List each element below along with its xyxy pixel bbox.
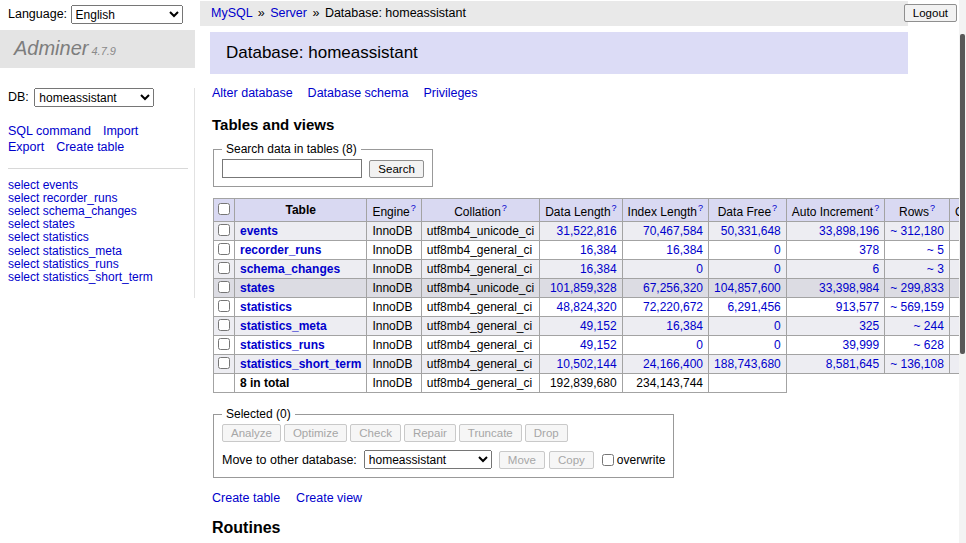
select-all-checkbox[interactable]	[218, 203, 230, 215]
index-length-link[interactable]: 72,220,672	[643, 300, 703, 314]
db-link-privileges[interactable]: Privileges	[423, 86, 477, 100]
index-length-link[interactable]: 24,166,400	[643, 357, 703, 371]
data-free-link[interactable]: 0	[774, 338, 781, 352]
rows-link[interactable]: ~ 3	[927, 262, 944, 276]
check-button[interactable]: Check	[350, 424, 401, 442]
sidebar-item-select-schema-changes[interactable]: select schema_changes	[8, 204, 137, 218]
language-select[interactable]: English	[71, 5, 183, 24]
help-link[interactable]: ?	[411, 203, 416, 213]
logout-button[interactable]: Logout	[904, 4, 957, 22]
sidebar-action-export[interactable]: Export	[8, 139, 44, 155]
rows-link[interactable]: ~ 312,180	[890, 224, 944, 238]
data-free-link[interactable]: 0	[774, 243, 781, 257]
truncate-button[interactable]: Truncate	[459, 424, 522, 442]
sidebar-item-select-recorder-runs[interactable]: select recorder_runs	[8, 191, 117, 205]
data-free-link[interactable]: 188,743,680	[714, 357, 781, 371]
auto-increment-link[interactable]: 33,398,984	[819, 281, 879, 295]
table-link-statistics[interactable]: statistics	[240, 300, 292, 314]
table-link-statistics-short-term[interactable]: statistics_short_term	[240, 357, 361, 371]
row-checkbox-states[interactable]	[218, 281, 230, 293]
index-length-link[interactable]: 67,256,320	[643, 281, 703, 295]
help-link[interactable]: ?	[612, 203, 617, 213]
data-length-link[interactable]: 49,152	[580, 319, 617, 333]
drop-button[interactable]: Drop	[525, 424, 568, 442]
sidebar-item-select-states[interactable]: select states	[8, 217, 75, 231]
link-create-table[interactable]: Create table	[212, 491, 280, 505]
index-length-link[interactable]: 0	[696, 262, 703, 276]
index-length-link[interactable]: 16,384	[666, 243, 703, 257]
table-link-recorder-runs[interactable]: recorder_runs	[240, 243, 321, 257]
help-link[interactable]: ?	[930, 203, 935, 213]
sidebar-action-import[interactable]: Import	[103, 123, 138, 139]
sidebar-item-select-statistics-runs[interactable]: select statistics_runs	[8, 257, 119, 271]
auto-increment-link[interactable]: 39,999	[842, 338, 879, 352]
link-create-view[interactable]: Create view	[296, 491, 362, 505]
sidebar-item-select-statistics-short-term[interactable]: select statistics_short_term	[8, 270, 153, 284]
auto-increment-link[interactable]: 8,581,645	[826, 357, 879, 371]
auto-increment-link[interactable]: 378	[859, 243, 879, 257]
sidebar-item-select-statistics[interactable]: select statistics	[8, 230, 89, 244]
table-link-states[interactable]: states	[240, 281, 275, 295]
data-length-link[interactable]: 16,384	[580, 243, 617, 257]
db-select[interactable]: homeassistant	[34, 88, 154, 107]
rows-link[interactable]: ~ 244	[914, 319, 944, 333]
index-length-link[interactable]: 0	[696, 338, 703, 352]
row-checkbox-statistics[interactable]	[218, 300, 230, 312]
auto-increment-link[interactable]: 6	[872, 262, 879, 276]
sidebar-action-create-table[interactable]: Create table	[56, 139, 124, 155]
table-link-events[interactable]: events	[240, 224, 278, 238]
row-checkbox-statistics-meta[interactable]	[218, 319, 230, 331]
row-checkbox-statistics-short-term[interactable]	[218, 357, 230, 369]
rows-link[interactable]: ~ 136,108	[890, 357, 944, 371]
auto-increment-link[interactable]: 33,898,196	[819, 224, 879, 238]
data-length-link[interactable]: 101,859,328	[550, 281, 617, 295]
overwrite-checkbox[interactable]	[602, 454, 614, 466]
data-length-link[interactable]: 48,824,320	[557, 300, 617, 314]
auto-increment-link[interactable]: 325	[859, 319, 879, 333]
help-link[interactable]: ?	[698, 203, 703, 213]
move-button[interactable]: Move	[499, 451, 545, 469]
auto-increment-link[interactable]: 913,577	[836, 300, 879, 314]
sidebar-item-select-statistics-meta[interactable]: select statistics_meta	[8, 244, 122, 258]
search-input[interactable]	[222, 159, 362, 178]
rows-link[interactable]: ~ 5	[927, 243, 944, 257]
scrollbar[interactable]	[959, 0, 966, 543]
table-link-statistics-meta[interactable]: statistics_meta	[240, 319, 327, 333]
help-link[interactable]: ?	[772, 203, 777, 213]
analyze-button[interactable]: Analyze	[222, 424, 281, 442]
rows-link[interactable]: ~ 569,159	[890, 300, 944, 314]
sidebar-item-select-events[interactable]: select events	[8, 178, 78, 192]
overwrite-label[interactable]: overwrite	[617, 453, 666, 467]
data-free-link[interactable]: 0	[774, 319, 781, 333]
data-length-link[interactable]: 49,152	[580, 338, 617, 352]
index-length-link[interactable]: 70,467,584	[643, 224, 703, 238]
breadcrumb-link-server[interactable]: Server	[270, 6, 307, 20]
move-database-select[interactable]: homeassistant	[364, 450, 492, 469]
data-free-link[interactable]: 50,331,648	[721, 224, 781, 238]
rows-link[interactable]: ~ 628	[914, 338, 944, 352]
data-length-link[interactable]: 16,384	[580, 262, 617, 276]
data-free-link[interactable]: 0	[774, 262, 781, 276]
data-free-link[interactable]: 104,857,600	[714, 281, 781, 295]
index-length-link[interactable]: 16,384	[666, 319, 703, 333]
help-link[interactable]: ?	[502, 203, 507, 213]
data-length-link[interactable]: 31,522,816	[557, 224, 617, 238]
optimize-button[interactable]: Optimize	[284, 424, 347, 442]
scrollbar-thumb[interactable]	[960, 34, 965, 354]
search-button[interactable]: Search	[369, 160, 423, 178]
db-link-alter-database[interactable]: Alter database	[212, 86, 293, 100]
help-link[interactable]: ?	[874, 203, 879, 213]
repair-button[interactable]: Repair	[404, 424, 456, 442]
data-length-link[interactable]: 10,502,144	[557, 357, 617, 371]
rows-link[interactable]: ~ 299,833	[890, 281, 944, 295]
data-free-link[interactable]: 6,291,456	[727, 300, 780, 314]
copy-button[interactable]: Copy	[549, 451, 594, 469]
breadcrumb-link-mysql[interactable]: MySQL	[211, 6, 252, 20]
table-link-statistics-runs[interactable]: statistics_runs	[240, 338, 325, 352]
sidebar-action-sql-command[interactable]: SQL command	[8, 123, 91, 139]
row-checkbox-recorder-runs[interactable]	[218, 243, 230, 255]
row-checkbox-events[interactable]	[218, 224, 230, 236]
table-link-schema-changes[interactable]: schema_changes	[240, 262, 340, 276]
row-checkbox-schema-changes[interactable]	[218, 262, 230, 274]
row-checkbox-statistics-runs[interactable]	[218, 338, 230, 350]
